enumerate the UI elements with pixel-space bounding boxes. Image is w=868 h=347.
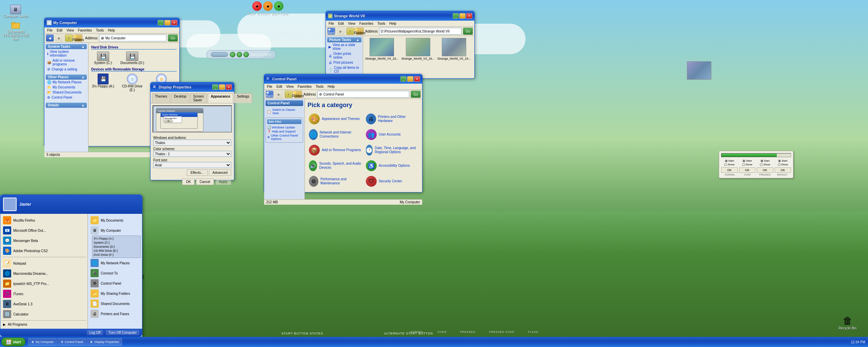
advanced-button[interactable]: Advanced (209, 169, 231, 176)
cp-menu-favorites[interactable]: Favorites (297, 84, 312, 89)
top-start-green-button[interactable]: ● (274, 1, 283, 11)
tab-appearance[interactable]: Appearance (208, 93, 233, 103)
top-start-orange-button[interactable]: ● (263, 1, 273, 11)
help-support-link[interactable]: ❓ Help and Support (267, 129, 301, 134)
windows-buttons-select[interactable]: Thalos (153, 140, 231, 146)
sm-sharing-folders[interactable]: 📂 My Sharing Folders (89, 288, 141, 299)
sub-system-c[interactable]: System (C:) (93, 241, 140, 245)
sounds-item[interactable]: 🔊 Sounds, Speech, and Audio Devices (308, 159, 362, 172)
appearance-themes-item[interactable]: 🎨 Appearance and Themes (308, 112, 362, 126)
shared-documents-link[interactable]: 📂 Shared Documents (46, 90, 87, 95)
build-state-btn3[interactable] (243, 52, 249, 57)
sm-my-network[interactable]: 🌐 My Network Places (89, 258, 141, 268)
documents-desktop-icon[interactable]: Documents74.5 GB/32.6 GB free (2, 20, 29, 41)
menu-edit[interactable]: Edit (56, 28, 63, 33)
switch-classic-view[interactable]: 📋 Switch to Classic View (265, 107, 303, 116)
cp-maximize[interactable]: □ (407, 76, 413, 82)
sm-connect-to[interactable]: 🔌 Connect To (89, 268, 141, 278)
sw-menu-file[interactable]: File (328, 21, 335, 26)
menu-help[interactable]: Help (107, 28, 116, 33)
dp-ok-button[interactable]: OK (182, 179, 194, 185)
sw-folders[interactable]: 📁 Folders (356, 27, 364, 35)
sm-my-documents[interactable]: 📁 My Documents (89, 215, 141, 225)
datetime-item[interactable]: 🕐 Date, Time, Language, and Regional Opt… (364, 143, 419, 157)
menu-view[interactable]: View (66, 28, 75, 33)
cp-close[interactable]: ✕ (414, 76, 420, 82)
system-c-drive[interactable]: 💾 System (C:) (91, 52, 115, 65)
taskbar-control-panel[interactable]: ⚙ Control Panel (58, 338, 86, 346)
sw-maximize[interactable]: □ (459, 13, 466, 19)
view-slideshow[interactable]: ▶ View as a slide show (327, 42, 361, 51)
add-remove-item[interactable]: 📦 Add or Remove Programs (308, 143, 362, 157)
sub-documents-d[interactable]: Documents (D:) (93, 245, 140, 249)
cp-go[interactable]: Go (411, 90, 421, 98)
dp-apply-button[interactable]: Apply (215, 179, 231, 185)
cp-menu-tools[interactable]: Tools (315, 84, 324, 89)
prog-ok-4[interactable]: OK (775, 167, 791, 173)
sm-calculator[interactable]: 🔢 Calculator (2, 309, 86, 319)
tab-themes[interactable]: Themes (152, 93, 170, 103)
security-center-item[interactable]: 🛡 Security Center (364, 175, 419, 188)
cp-forward[interactable]: ▶ (275, 90, 283, 98)
tab-settings[interactable]: Settings (234, 93, 252, 103)
start-button[interactable]: 🪟 start (1, 338, 25, 346)
computer-desktop-icon[interactable]: 🖥 Computer Javier (2, 5, 29, 18)
menu-tools[interactable]: Tools (95, 28, 104, 33)
sw-close[interactable]: ✕ (466, 13, 472, 19)
sm-ipswitch[interactable]: 📁 Ipswitch WS_FTP Pro... (2, 279, 86, 289)
prog-ok-3[interactable]: OK (757, 167, 773, 173)
cp-menu-view[interactable]: View (285, 84, 294, 89)
performance-item[interactable]: ⚙ Performance and Maintenance (308, 175, 362, 188)
sub-floppy[interactable]: 3½ Floppy (A:) (93, 237, 140, 241)
sw-menu-tools[interactable]: Tools (377, 21, 386, 26)
sm-printers-faxes[interactable]: 🖨 Printers and Faxes (89, 309, 141, 319)
cp-folders[interactable]: 📁 Folders (294, 90, 302, 98)
font-size-select[interactable]: Arial (153, 162, 231, 168)
top-start-red-button[interactable]: ● (252, 1, 262, 11)
tab-desktop[interactable]: Desktop (171, 93, 190, 103)
other-places-collapse[interactable]: ▲ (81, 75, 85, 79)
accessibility-item[interactable]: ♿ Accessibility Options (364, 159, 419, 172)
sw-menu-help[interactable]: Help (389, 21, 397, 26)
windows-update-link[interactable]: 🔄 Windows Update (267, 125, 301, 129)
radio-show-4[interactable] (778, 163, 781, 166)
documents-d-drive[interactable]: 💾 Documents (D:) (120, 52, 144, 65)
sub-dvd-f[interactable]: DVD Drive (F:) (93, 253, 140, 257)
my-computer-minimize[interactable]: _ (158, 20, 164, 25)
radio-start-4[interactable] (778, 160, 781, 162)
address-bar[interactable]: 🖥 My Computer (99, 35, 166, 41)
printers-hardware-item[interactable]: 🖨 Printers and Other Hardware (364, 112, 419, 126)
forward-button[interactable]: ▶ (55, 34, 63, 42)
cp-menu-file[interactable]: File (266, 84, 273, 89)
dp-maximize[interactable]: □ (219, 84, 225, 90)
menu-file[interactable]: File (46, 28, 53, 33)
details-collapse[interactable]: ▲ (81, 103, 85, 107)
sw-thumb-3[interactable]: Strange_World_VII_19... (437, 38, 471, 83)
go-button[interactable]: Go (168, 34, 178, 42)
sm-avedesk[interactable]: 🖥 AveDesk 1.3 (2, 299, 86, 309)
log-off-button[interactable]: Log Off (87, 330, 103, 335)
sm-shared-docs[interactable]: 📄 Shared Documents (89, 299, 141, 309)
floppy-a-drive[interactable]: 💾 3½ Floppy (A:) (91, 74, 115, 92)
sm-itunes[interactable]: 🎵 iTunes (2, 289, 86, 299)
cp-up[interactable]: ↑ (284, 90, 293, 98)
color-scheme-select[interactable]: Thalos : 1 (153, 151, 231, 157)
sm-messenger[interactable]: 💬 Messenger Beta (2, 236, 86, 246)
sub-cd-rw-e[interactable]: CD-RW Drive (E:) (93, 249, 140, 253)
user-accounts-item[interactable]: 👥 User Accounts (364, 128, 419, 141)
prog-ok-2[interactable]: OK (739, 167, 756, 173)
prog-ok-1[interactable]: OK (721, 167, 738, 173)
radio-show-1[interactable] (724, 163, 727, 166)
sw-up[interactable]: ↑ (346, 27, 354, 35)
sm-notepad[interactable]: 📝 Notepad (2, 258, 86, 268)
my-network-places[interactable]: 🌐 My Network Places (46, 80, 87, 85)
sw-minimize[interactable]: _ (453, 13, 459, 19)
build-state-btn1[interactable] (230, 52, 235, 57)
my-documents-link[interactable]: 📁 My Documents (46, 85, 87, 90)
order-prints[interactable]: 🖨 Order prints online (327, 51, 361, 60)
cp-back[interactable]: ◀ Back (265, 90, 274, 98)
my-computer-maximize[interactable]: □ (164, 20, 171, 25)
cp-address-bar[interactable]: ⚙ Control Panel (317, 91, 409, 98)
taskbar-display-props[interactable]: 🖥 Display Properties (87, 338, 122, 346)
folders-button[interactable]: 📁 Folders (74, 34, 82, 42)
